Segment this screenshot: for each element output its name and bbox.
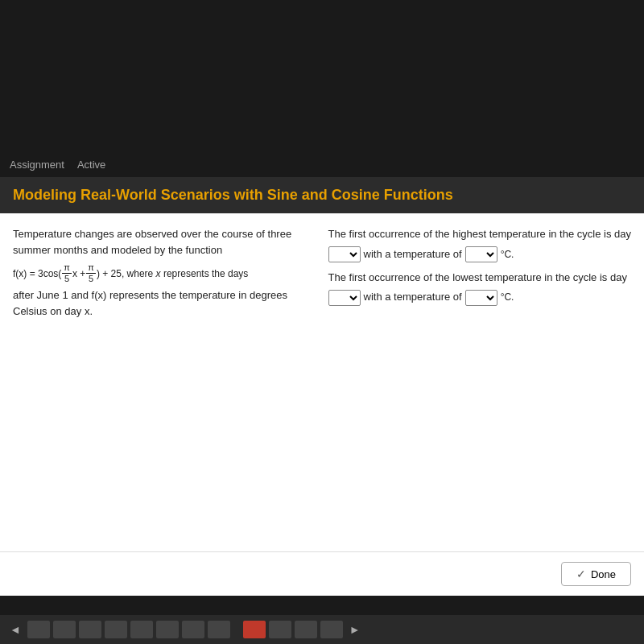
taskbar-box-10[interactable] — [295, 621, 317, 638]
taskbar-box-active[interactable] — [243, 621, 266, 638]
fraction-2: π 5 — [86, 262, 96, 284]
taskbar-right-arrow[interactable]: ► — [346, 623, 364, 636]
right-column: The first occurrence of the highest temp… — [328, 226, 631, 378]
assignment-label[interactable]: Assignment — [10, 159, 64, 171]
taskbar-box-9[interactable] — [269, 621, 291, 638]
active-label: Active — [77, 159, 105, 171]
left-text-1: Temperature changes are observed over th… — [13, 226, 312, 258]
fraction-1: π 5 — [62, 262, 72, 284]
taskbar-box-6[interactable] — [156, 621, 179, 638]
taskbar-box-11[interactable] — [320, 621, 343, 638]
card-title: Modeling Real-World Scenarios with Sine … — [13, 187, 631, 204]
fraction-2-den: 5 — [87, 274, 95, 284]
taskbar-box-8[interactable] — [208, 621, 230, 638]
lowest-temp-pre: The first occurrence of the lowest tempe… — [328, 270, 627, 287]
highest-day-dropdown[interactable]: 0 1 5 10 — [328, 246, 361, 262]
open-paren: ( — [58, 266, 61, 281]
left-column: Temperature changes are observed over th… — [13, 226, 312, 378]
lowest-day-dropdown[interactable]: 0 5 10 15 — [328, 290, 361, 306]
lowest-temp-dropdown[interactable]: 22 25 28 — [465, 290, 497, 306]
lowest-temp-post: °C. — [501, 290, 514, 305]
fraction-2-num: π — [86, 262, 96, 274]
taskbar-left-arrow[interactable]: ◄ — [6, 623, 24, 636]
left-text-4: after June 1 and f(x) represents the tem… — [13, 287, 312, 319]
top-bar-labels: Assignment Active — [10, 159, 105, 171]
fraction-1-den: 5 — [63, 274, 71, 284]
taskbar-box-5[interactable] — [130, 621, 153, 638]
taskbar-box-1[interactable] — [27, 621, 50, 638]
highest-temp-row: The first occurrence of the highest temp… — [328, 226, 631, 263]
taskbar-box-4[interactable] — [105, 621, 127, 638]
done-row: Done — [0, 551, 644, 596]
taskbar: ◄ ► — [0, 615, 644, 644]
function-prefix: f(x) = 3cos — [13, 266, 58, 281]
lowest-temp-mid: with a temperature of — [364, 289, 462, 306]
x-label: x + — [72, 266, 85, 281]
fraction-1-num: π — [62, 262, 72, 274]
highest-temp-mid: with a temperature of — [364, 246, 462, 263]
lowest-temp-row: The first occurrence of the lowest tempe… — [328, 270, 631, 307]
taskbar-box-3[interactable] — [79, 621, 101, 638]
card-body: Temperature changes are observed over th… — [0, 213, 644, 390]
highest-temp-post: °C. — [501, 247, 514, 262]
top-bar: Assignment Active — [0, 0, 644, 177]
plus-25: + 25, where x represents the days — [100, 266, 248, 281]
bottom-area — [0, 390, 644, 551]
done-button[interactable]: Done — [561, 562, 631, 586]
main-card: Modeling Real-World Scenarios with Sine … — [0, 177, 644, 596]
math-line: f(x) = 3cos ( π 5 x + π 5 ) + 25, where … — [13, 262, 312, 284]
highest-temp-pre: The first occurrence of the highest temp… — [328, 226, 631, 243]
taskbar-box-2[interactable] — [53, 621, 76, 638]
taskbar-box-7[interactable] — [182, 621, 204, 638]
highest-temp-dropdown[interactable]: 22 25 28 — [465, 246, 497, 262]
card-header: Modeling Real-World Scenarios with Sine … — [0, 177, 644, 213]
